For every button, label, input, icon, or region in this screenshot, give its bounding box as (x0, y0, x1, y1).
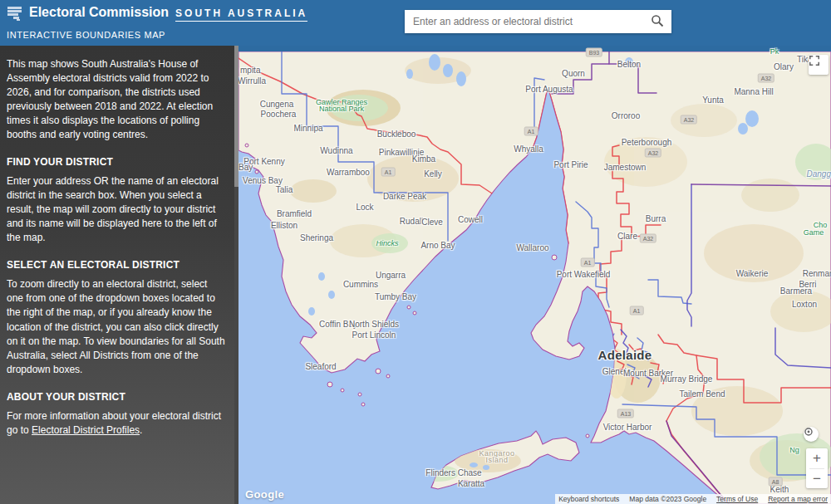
find-your-district-text: Enter your address OR the name of an ele… (7, 174, 225, 245)
heading-find-your-district: FIND YOUR DISTRICT (7, 155, 225, 169)
select-district-text: To zoom directly to an electoral distric… (7, 277, 225, 376)
page-title: INTERACTIVE BOUNDARIES MAP (7, 30, 165, 40)
map-data-credit: Map data ©2023 Google (629, 495, 706, 503)
electoral-district-profiles-link[interactable]: Electoral District Profiles (32, 424, 140, 436)
about-district-text: For more information about your electora… (7, 409, 225, 438)
heading-about-district: ABOUT YOUR DISTRICT (7, 390, 225, 404)
search-input[interactable] (405, 16, 643, 27)
about-district-suffix: . (140, 424, 142, 436)
ecsa-logo-icon (7, 5, 23, 25)
my-location-button[interactable] (804, 427, 819, 442)
fullscreen-button[interactable] (809, 55, 829, 75)
zoom-control: + − (806, 448, 828, 488)
google-logo[interactable]: Google (245, 488, 284, 501)
map-top-band (238, 46, 831, 51)
map-attribution: Keyboard shortcuts Map data ©2023 Google… (555, 494, 831, 504)
zoom-out-button[interactable]: − (806, 469, 828, 489)
search-box (405, 10, 671, 33)
report-map-error-link[interactable]: Report a map error (768, 495, 828, 503)
map-canvas (238, 46, 831, 504)
search-button[interactable] (643, 10, 671, 33)
zoom-in-button[interactable]: + (806, 448, 828, 468)
app-header: Electoral Commission SOUTH AUSTRALIA INT… (0, 0, 831, 46)
terms-of-use-link[interactable]: Terms of Use (716, 495, 758, 503)
brand-title: Electoral Commission (29, 5, 169, 20)
search-icon (651, 14, 664, 30)
brand-subtitle: SOUTH AUSTRALIA (175, 7, 307, 22)
keyboard-shortcuts-button[interactable]: Keyboard shortcuts (558, 495, 619, 503)
interactive-map[interactable]: mpitaWirrullaCungenaPoocheraMinnipaWudin… (238, 46, 831, 504)
heading-select-district: SELECT AN ELECTORAL DISTRICT (7, 258, 225, 272)
info-sidebar: This map shows South Australia's House o… (0, 46, 238, 504)
sidebar-intro: This map shows South Australia's House o… (7, 57, 225, 142)
brand: Electoral Commission SOUTH AUSTRALIA (7, 5, 307, 25)
